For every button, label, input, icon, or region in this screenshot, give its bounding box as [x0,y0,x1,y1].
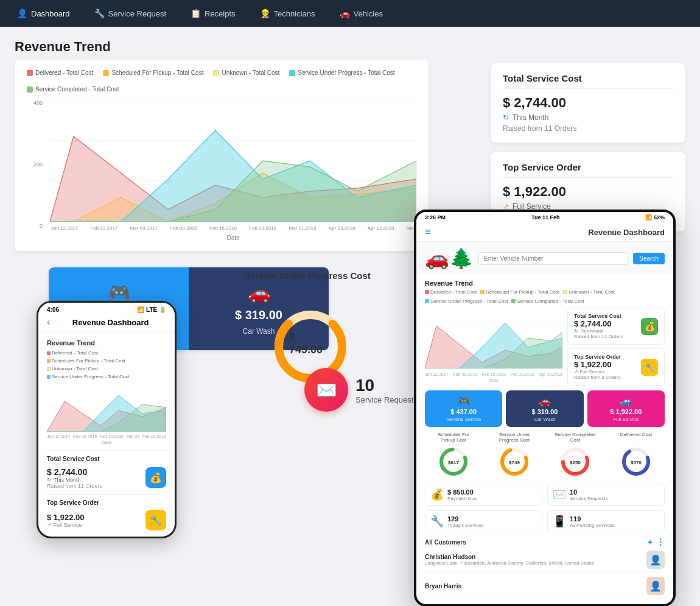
svg-text:$570: $570 [631,460,642,465]
phone-revenue-trend-title: Revenue Trend [47,339,166,347]
customer-row-1: Christian Hudson Longview Lane, Pleasant… [425,547,665,573]
legend-delivered: Delivered - Total Cost [27,69,93,76]
phone-x-labels: Jan 12,2017Feb 09,2018Feb 15,2018Feb 23F… [47,434,166,439]
tablet-car-wash-tile: 🚗 $ 319.00 Car Wash [506,390,583,427]
phone-blue-badge: 💰 [145,467,166,488]
svg-text:$250: $250 [570,460,581,465]
revenue-chart-svg [50,100,416,222]
payment-icon: 💰 [430,488,444,501]
phone-legend: Delivered - Total Cost Scheduled For Pic… [47,350,166,379]
service-requests-label: Service Requests [355,395,418,404]
total-service-cost-period: This Month [513,113,548,122]
top-service-order-amount: $ 1,922.00 [503,184,673,200]
total-service-cost-amount: $ 2,744.00 [503,95,673,111]
revenue-trend-card: Delivered - Total Cost Scheduled For Pic… [15,60,429,251]
total-service-cost-card: Total Service Cost $ 2,744.00 ↻ This Mon… [491,63,685,143]
phone-stat-amount: $ 2,744.00 [47,467,102,477]
top-service-order-title: Top Service Order [503,162,673,178]
phone-service-order-title: Top Service Order [47,499,166,506]
tablet-top-bar: ≡ Revenue Dashboard [416,223,673,242]
general-service-icon: 🎮 [108,282,130,303]
tablet-revenue-trend-title: Revenue Trend [425,280,665,287]
legend-dot-delivered [27,70,33,76]
nav-dashboard[interactable]: 👤 Dashboard [15,9,72,18]
add-customer-icon[interactable]: + [648,537,653,547]
phone-stat-meta: ↻ This Month [47,477,102,483]
chart-legend: Delivered - Total Cost Scheduled For Pic… [27,69,416,93]
vehicle-search-input[interactable] [478,252,628,265]
nav-technicians[interactable]: 👷 Technicians [257,9,318,18]
customer-actions[interactable]: + ⋮ [648,537,665,547]
tablet-donut-row: $617 $749 $250 [425,445,665,479]
tablet-chart-col: Jan 12,2017Feb 09,2018Feb 15,2018Feb 23,… [425,308,562,386]
svg-text:$749: $749 [509,460,520,465]
service-under-progress-title: Service Under Progress Cost [231,270,383,281]
nav-service-request[interactable]: 🔧 Service Request [92,9,169,18]
tablet-chart-svg [425,308,562,368]
mail-icon: ✉️ [553,488,566,501]
search-button[interactable]: Search [633,253,665,264]
legend-unknown: Unknown - Total Cost [213,69,279,76]
tablet-date-label: Date [425,378,562,383]
tablet-body: Revenue Trend Delivered - Total Cost Sch… [416,275,673,604]
car-illustration: 🚗🌲 [425,247,474,270]
technicians-icon: 👷 [260,9,270,18]
phone-icon: 📱 [553,515,566,528]
donut-amount: $ 749.00 [289,331,326,356]
tablet-search-area: 🚗🌲 Search [416,242,673,275]
phone-stat-row: $ 2,744.00 ↻ This Month Raised from 11 O… [47,466,166,489]
phone-yellow-badge: 🔧 [145,510,166,530]
phone-header: ‹ Revenue Dashboard [38,314,175,333]
tablet-tiles: 🎮 $ 437.00 General Service 🚗 $ 319.00 Ca… [425,390,665,427]
tablet-full-service-tile: 🚙 $ 1,922.00 Full Service [587,390,665,427]
phone-service-amount: $ 1,922.00 [47,513,84,522]
legend-dot-scheduled [103,70,109,76]
nav-vehicles[interactable]: 🚗 Vehicles [337,9,385,18]
page-title: Revenue Trend [15,39,685,55]
right-stats-panel: Total Service Cost $ 2,744.00 ↻ This Mon… [491,63,685,231]
legend-scheduled: Scheduled For Pickup - Total Cost [103,69,203,76]
phone-status-bar: 4:06 📶 LTE 🔋 [38,303,175,314]
phone-service-meta: ↗ Full Service [47,522,84,528]
tablet-wrench-icon: 🔧 [641,359,658,376]
tablet-status-bar: 3:26 PM Tue 11 Feb 📶 52% [416,212,673,223]
x-axis-title: Date [50,234,416,241]
tablet-general-icon: 🎮 [458,395,470,407]
service-requests-badge: ✉️ 10 Service Requests [304,368,418,412]
tablet-total-service-cost: Total Service Cost $ 2,744.00 ↻ This Mon… [567,308,665,345]
nav-receipts[interactable]: 📋 Receipts [188,9,238,18]
tablet-top-service-order: Top Service Order $ 1,922.00 ↗ Full Serv… [567,348,665,386]
customer-avatar-1: 👤 [646,551,665,569]
tablet-general-service-tile: 🎮 $ 437.00 General Service [425,390,502,427]
y-axis: 400 200 0 [27,100,45,241]
tablet-full-service-icon: 🚙 [620,395,632,407]
customer-row-2: Bryan Harris 👤 [425,573,665,599]
tablet-menu-icon[interactable]: ≡ [425,227,430,238]
scheduled-pickup-donut: $617 [425,445,482,479]
phone-service-order-row: $ 1,922.00 ↗ Full Service 🔧 [47,510,166,530]
more-options-icon[interactable]: ⋮ [656,537,665,547]
tablet-mockup: 3:26 PM Tue 11 Feb 📶 52% ≡ Revenue Dashb… [414,210,676,606]
delivered-donut: $570 [607,445,665,479]
tablet-title: Revenue Dashboard [588,228,665,237]
todays-services-badge: 🔧 129 Today's Services [425,510,542,532]
legend-dot-unknown [213,70,219,76]
top-navigation: 👤 Dashboard 🔧 Service Request 📋 Receipts… [0,0,700,27]
total-service-cost-title: Total Service Cost [503,73,673,89]
tablet-car-wash-icon: 🚗 [539,395,551,407]
phone-back-icon[interactable]: ‹ [47,317,50,328]
phone-date-label: Date [47,440,166,445]
legend-completed: Service Completed - Total Cost [27,86,119,93]
tablet-cost-labels: Scheduled ForPickup Cost Service UnderPr… [425,432,665,443]
tablet-info-row: 💰 $ 850.00 Payment Due ✉️ 10 Service Req… [425,484,665,506]
receipts-icon: 📋 [191,9,201,18]
service-request-icon: 🔧 [94,9,105,18]
tablet-main-row: Jan 12,2017Feb 09,2018Feb 15,2018Feb 23,… [425,308,665,386]
legend-dot-progress [289,70,295,76]
completed-donut: $250 [547,445,604,479]
svg-text:$617: $617 [448,460,459,465]
tablet-x-labels: Jan 12,2017Feb 09,2018Feb 15,2018Feb 23,… [425,371,562,378]
tablet-info-row-2: 🔧 129 Today's Services 📱 119 All Pending… [425,510,665,532]
wrench-icon: 🔧 [430,515,444,528]
phone-body: Revenue Trend Delivered - Total Cost Sch… [38,333,175,537]
